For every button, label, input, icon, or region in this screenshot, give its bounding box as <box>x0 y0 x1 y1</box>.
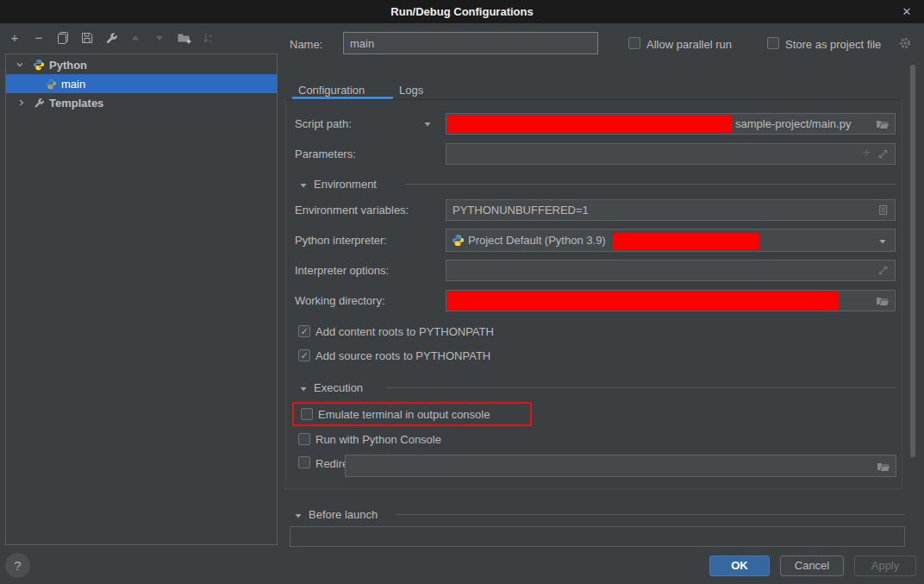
help-button[interactable]: ? <box>5 553 30 578</box>
chevron-right-icon[interactable] <box>15 96 28 110</box>
folder-add-icon <box>177 31 191 45</box>
remove-configuration-button[interactable]: − <box>31 30 47 46</box>
name-input[interactable] <box>343 32 598 54</box>
python-interpreter-value: Project Default (Python 3.9) <box>468 234 606 247</box>
before-launch-collapse-icon[interactable] <box>293 511 303 521</box>
svg-text:z: z <box>209 38 211 44</box>
red-highlight-annotation: Emulate terminal in output console <box>292 402 532 426</box>
add-macro-icon[interactable]: + <box>863 145 871 160</box>
execution-section-label: Execution <box>314 381 363 394</box>
wrench-icon <box>32 96 46 110</box>
gear-icon[interactable] <box>898 36 912 50</box>
python-icon <box>32 58 46 72</box>
edit-list-icon[interactable] <box>877 204 890 217</box>
save-configuration-button[interactable] <box>79 30 95 46</box>
ok-button[interactable]: OK <box>709 556 770 576</box>
redirect-input-field[interactable] <box>345 455 896 477</box>
working-directory-field[interactable] <box>446 290 896 311</box>
tree-item-label: Templates <box>49 97 103 110</box>
add-content-roots-checkbox[interactable]: ✓ <box>298 325 310 337</box>
tree-item-label: Python <box>49 59 87 72</box>
add-content-roots-label: Add content roots to PYTHONPATH <box>315 325 494 338</box>
script-path-dropdown-icon[interactable] <box>422 119 433 129</box>
store-as-project-file-label: Store as project file <box>785 38 881 51</box>
script-path-label: Script path: <box>295 117 352 130</box>
parameters-field[interactable]: + <box>446 143 896 165</box>
run-python-console-checkbox[interactable] <box>298 433 310 445</box>
working-directory-label: Working directory: <box>295 294 385 307</box>
close-icon[interactable]: ✕ <box>896 0 917 23</box>
script-path-value: sample-project/main.py <box>735 117 851 130</box>
emulate-terminal-label: Emulate terminal in output console <box>318 408 490 421</box>
interpreter-options-label: Interpreter options: <box>295 264 389 277</box>
expand-icon[interactable] <box>877 264 890 277</box>
section-divider <box>386 387 896 388</box>
emulate-terminal-checkbox[interactable] <box>301 408 313 420</box>
tab-logs[interactable]: Logs <box>399 84 423 97</box>
add-source-roots-label: Add source roots to PYTHONPATH <box>315 349 490 362</box>
arrow-up-icon <box>129 32 141 44</box>
python-interpreter-select[interactable]: Project Default (Python 3.9) <box>446 229 896 252</box>
sort-az-icon: az <box>202 32 215 45</box>
svg-text:a: a <box>209 32 212 38</box>
apply-button[interactable]: Apply <box>854 556 916 576</box>
arrow-down-icon <box>153 32 165 44</box>
chevron-down-icon[interactable] <box>13 58 27 72</box>
move-up-button[interactable] <box>128 30 143 46</box>
folder-icon[interactable] <box>876 117 890 131</box>
dialog-titlebar: Run/Debug Configurations ✕ <box>0 0 924 23</box>
question-icon: ? <box>14 558 21 573</box>
save-icon <box>80 31 94 45</box>
redaction-block <box>447 292 840 310</box>
copy-icon <box>56 31 70 45</box>
section-divider <box>405 184 896 185</box>
before-launch-section-label: Before launch <box>309 508 378 521</box>
environment-variables-field[interactable]: PYTHONUNBUFFERED=1 <box>446 199 896 221</box>
environment-variables-value: PYTHONUNBUFFERED=1 <box>453 204 589 217</box>
cancel-button[interactable]: Cancel <box>780 556 844 576</box>
add-configuration-button[interactable]: + <box>7 30 22 46</box>
add-source-roots-checkbox[interactable]: ✓ <box>298 349 310 361</box>
interpreter-options-field[interactable] <box>446 260 896 281</box>
tree-item-label: main <box>61 78 85 91</box>
check-icon: ✓ <box>300 326 308 337</box>
configurations-toolbar: + − az <box>7 29 215 47</box>
dialog-title: Run/Debug Configurations <box>0 0 924 23</box>
configurations-tree: Python main Templates <box>5 53 278 545</box>
environment-variables-label: Environment variables: <box>295 204 409 217</box>
sort-configurations-button[interactable]: az <box>200 30 215 46</box>
vertical-scrollbar-thumb[interactable] <box>910 65 915 457</box>
expand-icon[interactable] <box>877 148 890 160</box>
move-down-button[interactable] <box>152 30 167 46</box>
python-icon <box>44 77 58 91</box>
check-icon: ✓ <box>300 350 308 361</box>
allow-parallel-run-label: Allow parallel run <box>646 38 732 51</box>
wrench-icon <box>105 32 118 45</box>
tab-configuration[interactable]: Configuration <box>298 84 365 97</box>
chevron-down-icon[interactable] <box>877 236 888 247</box>
environment-section-label: Environment <box>314 178 377 191</box>
section-divider <box>396 514 905 515</box>
allow-parallel-run-checkbox[interactable] <box>628 37 640 49</box>
minus-icon: − <box>35 30 43 46</box>
tree-item-templates[interactable]: Templates <box>6 93 277 112</box>
folder-icon[interactable] <box>876 294 890 308</box>
copy-configuration-button[interactable] <box>55 30 71 46</box>
plus-icon: + <box>11 30 19 46</box>
before-launch-task-list[interactable] <box>290 526 905 547</box>
edit-templates-button[interactable] <box>103 30 119 46</box>
python-icon <box>452 234 465 247</box>
script-path-field[interactable]: sample-project/main.py <box>446 113 896 135</box>
environment-collapse-icon[interactable] <box>298 180 309 191</box>
redaction-block <box>447 115 732 133</box>
tree-item-python[interactable]: Python <box>6 55 277 74</box>
tree-item-main[interactable]: main <box>6 74 277 93</box>
parameters-label: Parameters: <box>295 148 356 160</box>
execution-collapse-icon[interactable] <box>298 384 309 394</box>
redirect-input-checkbox[interactable] <box>298 456 310 468</box>
python-interpreter-label: Python interpreter: <box>295 234 387 247</box>
new-folder-button[interactable] <box>176 30 191 46</box>
store-as-project-file-checkbox[interactable] <box>767 37 779 49</box>
folder-icon[interactable] <box>877 460 890 474</box>
redaction-block <box>613 233 759 249</box>
